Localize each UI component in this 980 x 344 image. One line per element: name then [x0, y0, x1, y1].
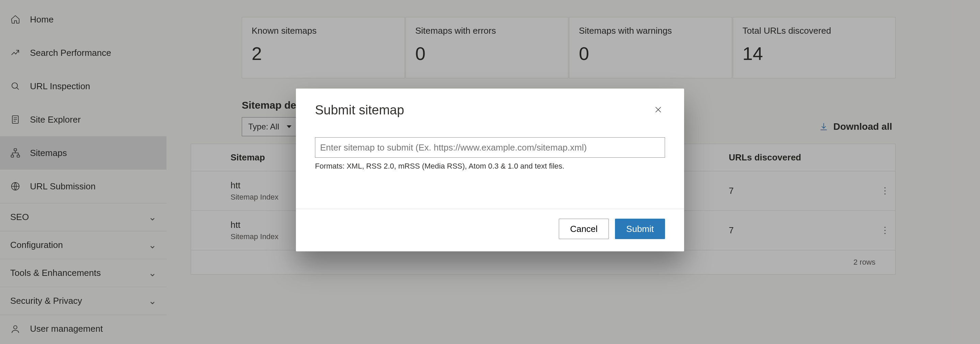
sitemap-url-input[interactable] — [315, 137, 665, 158]
modal-actions: Cancel Submit — [315, 219, 665, 239]
modal-hint: Formats: XML, RSS 2.0, mRSS (Media RSS),… — [315, 162, 665, 170]
modal-title: Submit sitemap — [315, 103, 404, 118]
modal-close-button[interactable] — [651, 103, 665, 116]
submit-sitemap-modal: Submit sitemap Formats: XML, RSS 2.0, mR… — [296, 89, 684, 252]
cancel-button[interactable]: Cancel — [559, 219, 609, 239]
modal-separator — [296, 209, 684, 209]
submit-button[interactable]: Submit — [615, 219, 665, 239]
close-icon — [654, 105, 663, 114]
